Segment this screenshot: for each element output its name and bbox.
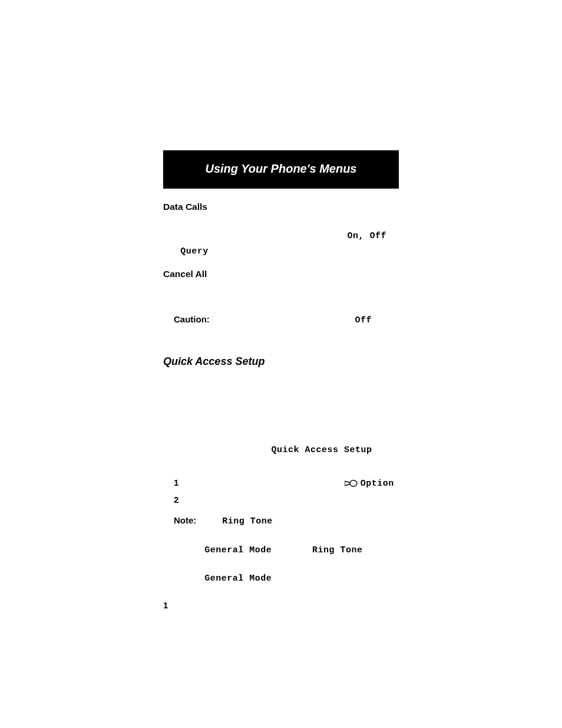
option-ring-tone: Ring Tone: [312, 545, 363, 555]
text: This does not set all options back to: [212, 314, 355, 324]
option-on: On: [347, 231, 358, 241]
paragraph-quick-access-1: You can assign any of the quick access f…: [163, 371, 399, 426]
step-body: Enter the position number for the featur…: [187, 493, 348, 506]
text: Scroll to the feature you want and press: [187, 477, 345, 487]
svg-point-0: [350, 480, 357, 486]
option-ring-tone: Ring Tone: [222, 516, 273, 526]
svg-line-2: [345, 484, 351, 486]
option-quick-access-setup: Quick Access Setup: [271, 445, 372, 455]
step-body: Scroll to the feature you want and press…: [187, 476, 399, 490]
svg-line-1: [345, 481, 351, 483]
text: and: [163, 245, 180, 255]
option-query: Query: [180, 246, 209, 256]
paragraph-quick-access-2: To change the feature assigned to each p…: [163, 429, 399, 471]
text: Enter the position number for the featur…: [187, 495, 348, 505]
heading-quick-access: Quick Access Setup: [163, 355, 399, 368]
caution-paragraph: Caution: This does not set all options b…: [174, 312, 399, 341]
text: ,: [358, 231, 369, 241]
text: This option cancels all of the call wait…: [163, 284, 385, 307]
text: .: [396, 477, 399, 487]
list-item: 2 Enter the position number for the feat…: [174, 493, 399, 506]
document-page: Using Your Phone's Menus Data Calls This…: [0, 0, 562, 728]
list-continuation: 1 Quick Access Feature Available: [163, 598, 399, 612]
note-block: Note: The Ring Tone option on the Quick …: [163, 513, 399, 585]
caution-block: Caution: This does not set all options b…: [163, 312, 399, 341]
step-number: 1: [163, 598, 171, 612]
page-title: Using Your Phone's Menus: [205, 162, 356, 175]
text: The: [204, 515, 222, 525]
step-number: 2: [174, 493, 182, 506]
option-off: Off: [369, 231, 386, 241]
text: only. The: [275, 544, 312, 554]
option-key-icon: [345, 477, 360, 487]
page-title-bar: Using Your Phone's Menus: [163, 150, 399, 189]
heading-data-calls: Data Calls: [163, 202, 399, 212]
heading-cancel-all: Cancel All: [163, 269, 399, 279]
caution-label: Caution:: [174, 314, 210, 324]
option-general-mode: General Mode: [204, 545, 272, 555]
text: is your current profile.: [275, 572, 359, 582]
option-key-label: Option: [361, 479, 394, 489]
list-item: 1 Scroll to the feature you want and pre…: [174, 476, 399, 490]
paragraph-data-calls: This option allows you to set the Call W…: [163, 215, 399, 258]
option-general-mode: General Mode: [204, 574, 272, 584]
option-off: Off: [355, 315, 372, 325]
text: You can assign any of the quick access f…: [163, 373, 395, 424]
paragraph-cancel-all: This option cancels all of the call wait…: [163, 282, 399, 309]
text: which lets you check the current setting…: [211, 245, 368, 255]
ordered-steps: 1 Scroll to the feature you want and pre…: [163, 476, 399, 507]
text: Quick Access Feature Available: [176, 598, 300, 612]
note-body: The Ring Tone option on the Quick Access…: [204, 513, 399, 585]
note-label: Note:: [174, 513, 196, 585]
step-number: 1: [174, 476, 182, 490]
